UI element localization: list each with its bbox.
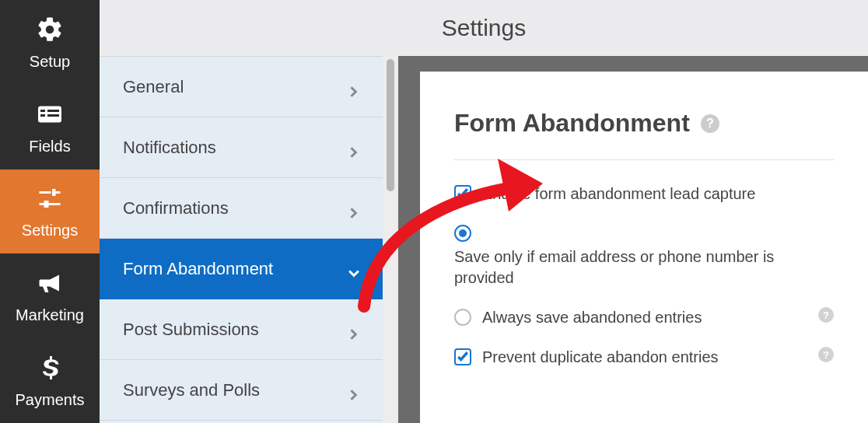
prevent-dup-checkbox[interactable]	[454, 348, 471, 365]
save-mode-radio-2[interactable]	[454, 309, 471, 326]
page-title: Settings	[100, 0, 868, 56]
sidebar-item-fields[interactable]: Fields	[0, 85, 100, 170]
settings-list: General Notifications Confirmations Form…	[100, 56, 383, 423]
svg-rect-2	[40, 114, 45, 117]
sidebar-item-label: Marketing	[16, 306, 84, 324]
settings-item-surveys-polls[interactable]: Surveys and Polls	[100, 360, 383, 421]
sidebar-item-marketing[interactable]: Marketing	[0, 253, 100, 338]
settings-item-label: General	[123, 77, 184, 97]
settings-item-form-abandonment[interactable]: Form Abandonment	[100, 239, 383, 299]
bullhorn-icon	[34, 267, 65, 299]
help-icon[interactable]: ?	[701, 114, 719, 133]
content-canvas: Form Abandonment ? Enable form abandonme…	[398, 56, 868, 423]
sidebar-item-label: Fields	[29, 138, 70, 156]
settings-item-label: Form Abandonment	[123, 259, 273, 279]
main-sidebar: Setup Fields Settings Marketing Payments	[0, 0, 100, 423]
gear-icon	[34, 14, 65, 45]
svg-rect-3	[47, 110, 59, 112]
chevron-down-icon	[348, 264, 359, 274]
prevent-dup-label: Prevent duplicate abandon entries	[482, 347, 807, 368]
panel-title-text: Form Abandonment	[454, 109, 690, 138]
settings-item-general[interactable]: General	[100, 57, 383, 117]
sidebar-item-label: Settings	[22, 222, 78, 239]
scrollbar-thumb[interactable]	[387, 59, 394, 191]
panel-title: Form Abandonment ?	[454, 109, 834, 138]
enable-label: Enable form abandonment lead capture	[482, 184, 834, 205]
help-icon[interactable]: ?	[818, 307, 834, 323]
chevron-right-icon	[348, 82, 359, 93]
save-mode-label-2: Always save abandoned entries	[482, 307, 807, 328]
enable-checkbox[interactable]	[454, 185, 471, 202]
chevron-right-icon	[348, 324, 359, 335]
svg-rect-1	[40, 110, 45, 112]
settings-item-confirmations[interactable]: Confirmations	[100, 178, 383, 239]
chevron-right-icon	[348, 142, 359, 153]
save-mode-radio-1[interactable]	[454, 225, 471, 242]
sidebar-item-payments[interactable]: Payments	[0, 338, 100, 423]
settings-item-label: Surveys and Polls	[123, 380, 260, 400]
divider	[454, 159, 834, 160]
save-mode-option-1: Save only if email address or phone numb…	[454, 223, 834, 288]
dollar-icon	[34, 352, 65, 383]
save-mode-label-1: Save only if email address or phone numb…	[454, 246, 834, 288]
settings-item-label: Notifications	[123, 138, 216, 158]
sidebar-item-label: Payments	[16, 391, 85, 409]
form-abandonment-panel: Form Abandonment ? Enable form abandonme…	[420, 72, 868, 423]
save-mode-option-2: Always save abandoned entries ?	[454, 307, 834, 328]
sliders-icon	[34, 183, 65, 214]
settings-item-notifications[interactable]: Notifications	[100, 117, 383, 178]
chevron-right-icon	[348, 203, 359, 214]
help-icon[interactable]: ?	[818, 347, 834, 362]
chevron-right-icon	[348, 385, 359, 396]
fields-icon	[34, 99, 65, 130]
svg-rect-4	[47, 114, 59, 117]
settings-item-label: Confirmations	[123, 198, 229, 218]
settings-item-post-submissions[interactable]: Post Submissions	[100, 299, 383, 360]
prevent-dup-row: Prevent duplicate abandon entries ?	[454, 347, 834, 368]
settings-item-label: Post Submissions	[123, 320, 259, 340]
sidebar-item-setup[interactable]: Setup	[0, 0, 100, 85]
enable-row: Enable form abandonment lead capture	[454, 184, 834, 205]
sidebar-item-label: Setup	[30, 53, 70, 71]
sidebar-item-settings[interactable]: Settings	[0, 170, 100, 254]
scrollbar[interactable]	[383, 56, 398, 423]
